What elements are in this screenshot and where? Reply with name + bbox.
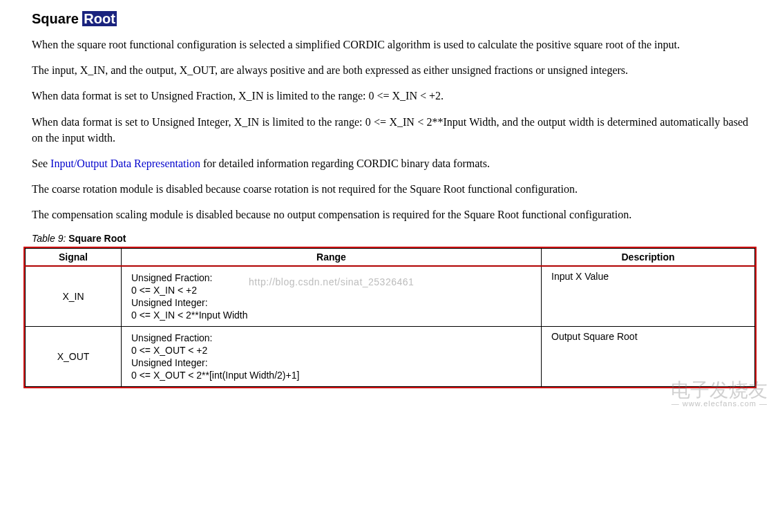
paragraph-compensation: The compensation scaling module is disab… [17, 207, 763, 222]
table-row: X_IN Unsigned Fraction: 0 <= X_IN < +2 U… [26, 266, 755, 327]
range-line: 0 <= X_IN < 2**Input Width [131, 310, 531, 321]
paragraph-unsigned-fraction: When data format is set to Unsigned Frac… [17, 88, 763, 104]
paragraph-coarse-rotation: The coarse rotation module is disabled b… [17, 181, 763, 197]
col-description: Description [542, 248, 755, 266]
range-line: 0 <= X_IN < +2 [131, 285, 531, 296]
table-row: X_OUT Unsigned Fraction: 0 <= X_OUT < +2… [26, 326, 755, 386]
cell-range: Unsigned Fraction: 0 <= X_IN < +2 Unsign… [122, 266, 542, 327]
cell-signal: X_IN [26, 266, 122, 327]
table-caption: Table 9: Square Root [32, 233, 763, 244]
range-line: 0 <= X_OUT < +2 [131, 345, 531, 356]
table-header-row: Signal Range Description [26, 248, 755, 266]
range-line: Unsigned Fraction: [131, 332, 531, 343]
col-range: Range [122, 248, 542, 266]
paragraph-unsigned-integer: When data format is set to Unsigned Inte… [17, 114, 763, 146]
see-pre: See [32, 158, 50, 169]
paragraph-io-positive: The input, X_IN, and the output, X_OUT, … [17, 62, 763, 78]
paragraph-see-link: See Input/Output Data Representation for… [17, 155, 763, 171]
caption-number: 9: [58, 233, 66, 244]
range-line: Unsigned Integer: [131, 297, 531, 308]
cell-range: Unsigned Fraction: 0 <= X_OUT < +2 Unsig… [122, 326, 542, 386]
range-line: 0 <= X_OUT < 2**[int(Input Width/2)+1] [131, 370, 531, 381]
range-line: Unsigned Integer: [131, 357, 531, 368]
table-highlight-box: Signal Range Description X_IN Unsigned F… [23, 247, 757, 388]
heading-plain: Square [32, 11, 82, 26]
cell-description: Output Square Root [542, 326, 755, 386]
caption-name: Square Root [68, 233, 126, 244]
caption-word: Table [32, 233, 55, 244]
heading-highlight: Root [82, 11, 117, 26]
paragraph-intro: When the square root functional configur… [17, 37, 763, 53]
cell-signal: X_OUT [26, 326, 122, 386]
cell-description: Input X Value [542, 266, 755, 327]
square-root-table: Signal Range Description X_IN Unsigned F… [25, 248, 755, 387]
io-data-representation-link[interactable]: Input/Output Data Representation [50, 158, 200, 169]
see-post: for detailed information regarding CORDI… [200, 158, 490, 169]
section-heading: Square Root [17, 11, 763, 27]
col-signal: Signal [26, 248, 122, 266]
range-line: Unsigned Fraction: [131, 272, 531, 283]
corner-watermark-url: — www.elecfans.com — [671, 399, 768, 408]
